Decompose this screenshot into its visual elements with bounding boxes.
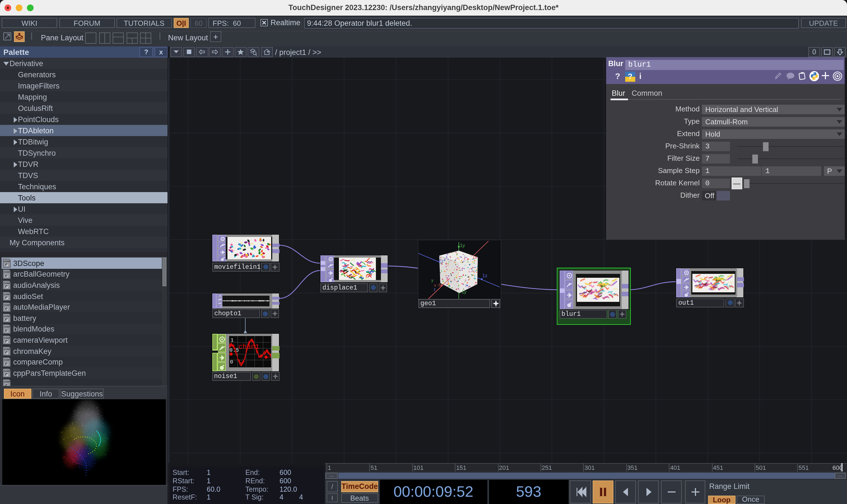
svg-text:-1z: -1z	[437, 258, 444, 264]
svg-text:-1x: -1x	[437, 282, 442, 287]
svg-text:1z: 1z	[482, 273, 487, 278]
svg-text:-1y: -1y	[460, 289, 466, 294]
svg-text:1x: 1x	[472, 254, 477, 259]
svg-text:1y: 1y	[460, 242, 465, 248]
svg-text:z: z	[434, 287, 436, 291]
svg-text:y: y	[431, 278, 433, 282]
